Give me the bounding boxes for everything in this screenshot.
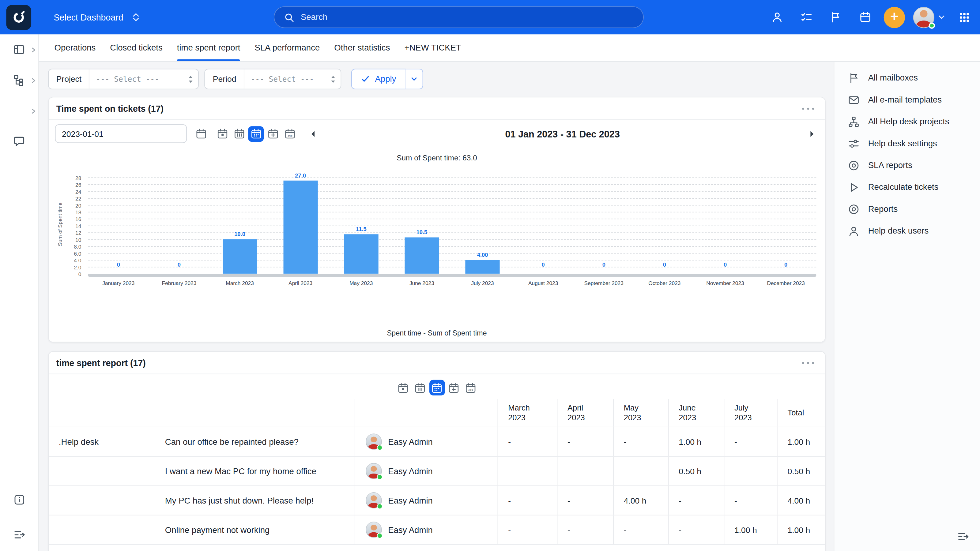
chart-panel-menu-button[interactable]: [799, 104, 818, 113]
x-axis-label: July 2023: [452, 280, 513, 286]
sidebar-item-chat[interactable]: [0, 126, 38, 157]
tasks-icon[interactable]: [795, 6, 817, 27]
tab-sla-performance[interactable]: SLA performance: [255, 34, 320, 61]
bar-march-2023[interactable]: 10.0: [210, 178, 270, 274]
bar-may-2023[interactable]: 11.5: [331, 178, 391, 274]
y-tick-label: 18: [75, 210, 81, 216]
dashboard-selector-label: Select Dashboard: [54, 12, 123, 22]
chevron-right-icon: [30, 108, 36, 114]
prev-period-button[interactable]: [306, 128, 320, 139]
user-menu[interactable]: [913, 6, 946, 27]
bar-october-2023[interactable]: 0: [634, 178, 695, 274]
ticket-subject-cell[interactable]: My PC has just shut down. Please help!: [155, 486, 354, 515]
column-header-empty: [155, 399, 354, 427]
table-granularity-month-button[interactable]: [429, 380, 445, 395]
apply-button[interactable]: Apply: [351, 68, 406, 89]
plot-area: 0010.027.011.510.54.0000000: [88, 178, 816, 274]
value-cell: -: [613, 516, 668, 544]
chart-granularity-plain-button[interactable]: [193, 126, 209, 141]
ticket-subject-cell[interactable]: Online payment not working: [155, 516, 354, 544]
avatar: [366, 463, 382, 479]
table-granularity-year-button[interactable]: 365: [463, 380, 478, 395]
sidebar-collapse-button[interactable]: [0, 529, 39, 541]
bar-september-2023[interactable]: 0: [574, 178, 634, 274]
period-filter-select[interactable]: Period --- Select ---: [205, 68, 341, 89]
start-date-input[interactable]: [55, 124, 187, 143]
next-period-button[interactable]: [806, 128, 819, 139]
user-name: Easy Admin: [388, 466, 433, 476]
bar-november-2023[interactable]: 0: [695, 178, 756, 274]
quick-add-button[interactable]: +: [884, 6, 905, 27]
chart-granularity-add-button[interactable]: [265, 126, 280, 141]
info-icon: [13, 494, 26, 506]
sidebar-item-help-desk-users[interactable]: Help desk users: [834, 220, 980, 241]
value-cell: 0.50 h: [777, 457, 826, 486]
project-filter-label: Project: [49, 70, 90, 89]
bar-july-2023[interactable]: 4.00: [452, 178, 513, 274]
bar-value-label: 10.0: [234, 231, 245, 237]
bar-january-2023[interactable]: 0: [88, 178, 149, 274]
flag-icon[interactable]: [825, 6, 846, 27]
calendar-icon[interactable]: [854, 6, 875, 27]
ticket-subject-cell[interactable]: I want a new Mac PC for my home office: [155, 457, 354, 486]
table-granularity-day-button[interactable]: [395, 380, 411, 395]
bar-april-2023[interactable]: 27.0: [270, 178, 331, 274]
sidebar-item-help-desk-settings[interactable]: Help desk settings: [834, 133, 980, 154]
right-sidebar-collapse-button[interactable]: [957, 530, 969, 543]
search-bar[interactable]: [274, 6, 644, 28]
project-filter-select[interactable]: Project --- Select ---: [48, 68, 199, 89]
svg-text:365: 365: [287, 134, 293, 137]
date-range-title: 01 Jan 2023 - 31 Dec 2023: [320, 128, 806, 139]
value-cell: -: [724, 486, 776, 515]
caret-right-icon: [809, 130, 816, 138]
search-input[interactable]: [301, 13, 634, 22]
value-cell: -: [497, 516, 557, 544]
ticket-subject-cell[interactable]: Can our office be repainted please?: [155, 427, 354, 456]
tab-operations[interactable]: Operations: [54, 34, 96, 61]
chart-granularity-year-button[interactable]: 365: [282, 126, 298, 141]
apply-dropdown-button[interactable]: [405, 68, 423, 89]
project-cell: [49, 486, 155, 515]
app-logo[interactable]: [6, 5, 31, 30]
sidebar-item-org-structure[interactable]: [0, 65, 38, 95]
sidebar-item-dashboards[interactable]: [0, 34, 38, 65]
table-panel-menu-button[interactable]: [799, 358, 818, 367]
tab-time-spent-report[interactable]: time spent report: [177, 34, 240, 61]
value-cell: 1.00 h: [724, 516, 776, 544]
chart-granularity-day-button[interactable]: [215, 126, 230, 141]
bar-june-2023[interactable]: 10.5: [391, 178, 452, 274]
tab-new-ticket[interactable]: +NEW TICKET: [404, 34, 461, 61]
value-cell: -: [497, 457, 557, 486]
profile-icon[interactable]: [766, 6, 788, 27]
chart-granularity-month-button[interactable]: [248, 126, 264, 141]
value-cell: 4.00 h: [777, 486, 826, 515]
info-button[interactable]: [0, 494, 39, 506]
chart-granularity-week-button[interactable]: [231, 126, 247, 141]
period-filter-label: Period: [205, 70, 244, 89]
tab-closed-tickets[interactable]: Closed tickets: [110, 34, 162, 61]
apps-grid-icon[interactable]: [954, 6, 975, 27]
dashboard-icon: [13, 43, 26, 56]
x-axis-label: January 2023: [88, 280, 149, 286]
online-status-dot: [377, 474, 382, 480]
logo-icon: [11, 10, 26, 25]
sidebar-item-more[interactable]: [0, 95, 38, 126]
bar-february-2023[interactable]: 0: [149, 178, 210, 274]
bar-december-2023[interactable]: 0: [756, 178, 816, 274]
dashboard-selector[interactable]: Select Dashboard: [54, 12, 142, 23]
sidebar-item-all-mailboxes[interactable]: All mailboxes: [834, 67, 980, 89]
x-axis-label: March 2023: [210, 280, 270, 286]
sidebar-item-recalculate-tickets[interactable]: Recalculate tickets: [834, 176, 980, 198]
sidebar-item-sla-reports[interactable]: SLA reports: [834, 154, 980, 176]
table-row: .Help deskCan our office be repainted pl…: [49, 427, 825, 457]
table-granularity-week-button[interactable]: [412, 380, 428, 395]
caret-left-icon: [309, 130, 316, 138]
sidebar-item-reports[interactable]: Reports: [834, 198, 980, 220]
x-axis-label: August 2023: [513, 280, 574, 286]
table-granularity-add-button[interactable]: [446, 380, 461, 395]
table-row: I want a new Mac PC for my home officeEa…: [49, 457, 825, 486]
sidebar-item-all-help-desk-projects[interactable]: All Help desk projects: [834, 111, 980, 132]
bar-august-2023[interactable]: 0: [513, 178, 574, 274]
tab-other-statistics[interactable]: Other statistics: [334, 34, 390, 61]
sidebar-item-all-e-mail-templates[interactable]: All e-mail templates: [834, 89, 980, 111]
